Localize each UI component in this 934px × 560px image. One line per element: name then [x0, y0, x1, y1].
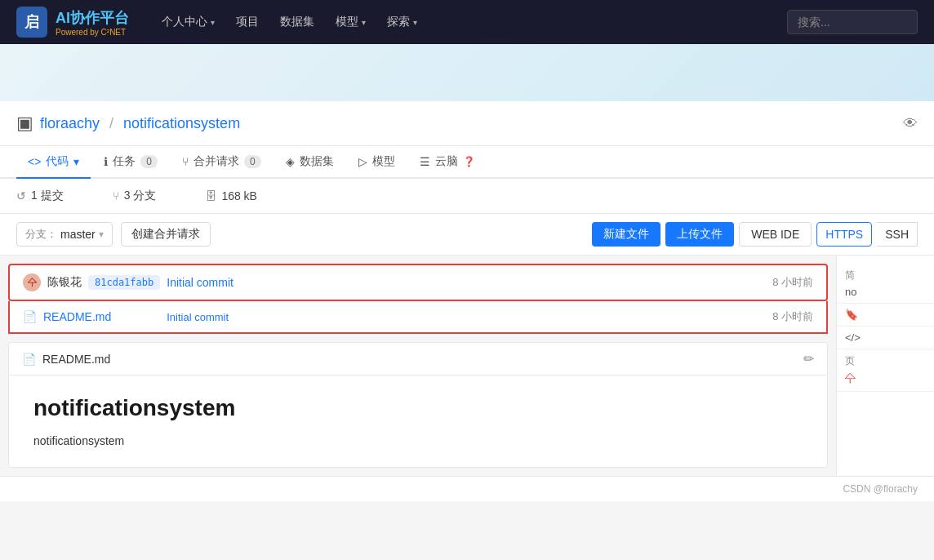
tab-pr[interactable]: ⑂ 合并请求 0	[171, 146, 273, 179]
file-commit-msg[interactable]: Initial commit	[118, 311, 766, 323]
chevron-down-icon: ▾	[211, 18, 215, 27]
nav-model[interactable]: 模型 ▾	[327, 10, 374, 34]
repo-header: ▣ floraachy / notificationsystem 👁	[0, 101, 934, 146]
commit-row: 㐃 陈银花 81cda1fabb Initial commit 8 小时前	[8, 264, 828, 301]
code-bracket-icon[interactable]: </>	[845, 331, 861, 344]
sidebar-section-bookmark: 🔖	[837, 304, 934, 327]
repo-tabs: <> 代码 ▾ ℹ 任务 0 ⑂ 合并请求 0 ◈ 数据集 ▷ 模型 ☰ 云脑 …	[0, 146, 934, 179]
pr-badge: 0	[244, 155, 261, 168]
branch-name: master	[60, 228, 96, 241]
sidebar-section-page: 页 㐃	[837, 349, 934, 392]
help-icon[interactable]: ❓	[463, 156, 475, 167]
branch-bar: 分支： master ▾ 创建合并请求 新建文件 上传文件 WEB IDE HT…	[0, 214, 934, 256]
sidebar-label-description: 简	[845, 269, 926, 282]
readme-file-icon: 📄	[22, 353, 36, 366]
page-footer: CSDN @florachy	[0, 476, 934, 501]
readme-header: 📄 README.md ✏	[9, 343, 827, 376]
nav-project[interactable]: 项目	[228, 10, 267, 34]
topnav: 启 AI协作平台 Powered by C²NET 个人中心 ▾ 项目 数据集 …	[0, 0, 934, 44]
task-icon: ℹ	[104, 155, 108, 168]
bookmark-icon[interactable]: 🔖	[845, 309, 858, 321]
branches-icon: ⑂	[113, 189, 119, 202]
readme-paragraph: notificationsystem	[33, 434, 803, 447]
https-button[interactable]: HTTPS	[816, 222, 872, 247]
model-icon: ▷	[358, 155, 367, 168]
avatar: 㐃	[23, 273, 41, 291]
file-time: 8 小时前	[772, 309, 813, 324]
chevron-down-icon: ▾	[99, 229, 104, 240]
nav-personal[interactable]: 个人中心 ▾	[153, 10, 223, 34]
branch-selector[interactable]: 分支： master ▾	[16, 222, 113, 247]
commit-time: 8 小时前	[772, 275, 813, 290]
upload-file-button[interactable]: 上传文件	[665, 222, 734, 247]
branch-label: 分支：	[25, 227, 57, 242]
sidebar-page-value: 㐃	[845, 371, 926, 386]
logo-sub-text: Powered by C²NET	[56, 28, 129, 37]
commit-hash[interactable]: 81cda1fabb	[88, 275, 160, 290]
new-file-button[interactable]: 新建文件	[592, 222, 660, 247]
readme-heading: notificationsystem	[33, 395, 803, 421]
code-icon: <>	[28, 155, 41, 168]
nav-explore[interactable]: 探索 ▾	[379, 10, 425, 34]
pr-icon: ⑂	[182, 155, 189, 168]
file-area: 㐃 陈银花 81cda1fabb Initial commit 8 小时前 📄 …	[0, 256, 836, 476]
commit-author: 陈银花	[47, 275, 82, 290]
stat-size: 🗄 168 kB	[205, 189, 257, 202]
sidebar-section-code: </>	[837, 327, 934, 349]
logo-main-text: AI协作平台	[56, 8, 129, 28]
size-icon: 🗄	[205, 189, 216, 202]
dataset-icon: ◈	[286, 155, 295, 168]
chevron-down-icon: ▾	[362, 18, 366, 27]
commits-icon: ↺	[16, 189, 26, 202]
page-content: ▣ floraachy / notificationsystem 👁 <> 代码…	[0, 101, 934, 501]
readme-title: README.md	[42, 353, 110, 366]
logo-icon: 启	[16, 7, 47, 38]
ssh-button[interactable]: SSH	[877, 222, 918, 247]
banner	[0, 44, 934, 101]
watch-icon[interactable]: 👁	[903, 115, 918, 132]
sidebar-section-description: 简 no	[837, 264, 934, 304]
stat-branches[interactable]: ⑂ 3 分支	[113, 189, 157, 203]
nav-items: 个人中心 ▾ 项目 数据集 模型 ▾ 探索 ▾	[153, 10, 787, 34]
web-ide-button[interactable]: WEB IDE	[739, 222, 812, 247]
readme-section: 📄 README.md ✏ notificationsystem notific…	[8, 342, 828, 468]
edit-icon[interactable]: ✏	[803, 351, 814, 367]
tab-model[interactable]: ▷ 模型	[347, 146, 407, 179]
tab-cloud[interactable]: ☰ 云脑 ❓	[408, 146, 487, 179]
logo-text: AI协作平台 Powered by C²NET	[56, 8, 129, 37]
stat-commits[interactable]: ↺ 1 提交	[16, 189, 64, 203]
repo-icon: ▣	[16, 113, 33, 134]
sidebar-label-page: 页	[845, 354, 926, 368]
tab-dataset[interactable]: ◈ 数据集	[274, 146, 345, 179]
logo-area: 启 AI协作平台 Powered by C²NET	[16, 7, 129, 38]
task-badge: 0	[140, 155, 158, 168]
search-input[interactable]	[787, 10, 918, 34]
cloud-icon: ☰	[420, 155, 430, 168]
chevron-down-icon: ▾	[73, 155, 79, 168]
create-pr-button[interactable]: 创建合并请求	[121, 222, 211, 247]
repo-separator: /	[109, 115, 113, 132]
stats-bar: ↺ 1 提交 ⑂ 3 分支 🗄 168 kB	[0, 179, 934, 214]
readme-body: notificationsystem notificationsystem	[9, 376, 827, 467]
main-layout: 㐃 陈银花 81cda1fabb Initial commit 8 小时前 📄 …	[0, 256, 934, 476]
table-row: 📄 README.md Initial commit 8 小时前	[8, 301, 828, 334]
file-icon: 📄	[23, 310, 37, 323]
tab-task[interactable]: ℹ 任务 0	[92, 146, 169, 179]
repo-owner[interactable]: floraachy	[40, 115, 100, 132]
file-name[interactable]: README.md	[43, 310, 111, 323]
footer-text: CSDN @florachy	[843, 483, 918, 495]
chevron-down-icon: ▾	[413, 18, 417, 27]
repo-name[interactable]: notificationsystem	[123, 115, 240, 132]
commit-message[interactable]: Initial commit	[167, 276, 234, 289]
right-actions: 新建文件 上传文件 WEB IDE HTTPS SSH	[592, 222, 918, 247]
tab-code[interactable]: <> 代码 ▾	[16, 146, 91, 179]
nav-dataset[interactable]: 数据集	[272, 10, 322, 34]
sidebar-description-value: no	[845, 286, 926, 298]
right-sidebar: 简 no 🔖 </> 页 㐃	[836, 256, 934, 476]
